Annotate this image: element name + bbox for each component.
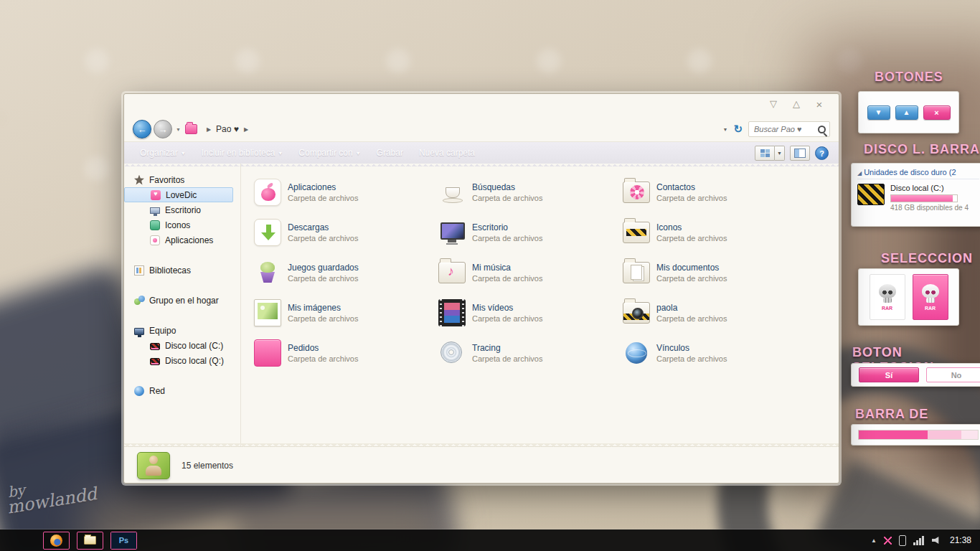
tray-device-icon[interactable] [899,535,906,546]
sidebar-item-disco-local-c[interactable]: Disco local (C:) [124,338,240,353]
skull-icon [921,284,940,304]
sidebar-item-red[interactable]: Red [124,383,240,398]
preview-close-button: × [923,105,951,120]
hard-disk-icon [857,184,885,205]
folder-búsquedas[interactable]: BúsquedasCarpeta de archivos [438,172,623,212]
globe-icon [623,339,650,367]
tray-network-icon[interactable] [913,536,925,545]
close-button[interactable]: × [813,98,826,110]
toolbar-grabar[interactable]: Grabar [377,148,403,158]
folder-juegos-guardados[interactable]: Juegos guardadosCarpeta de archivos [254,253,438,293]
sidebar-item-bibliotecas[interactable]: Bibliotecas [124,263,240,278]
folder-mi-música[interactable]: Mi músicaCarpeta de archivos [438,253,623,293]
rar-label: RAR [925,306,936,311]
refresh-icon[interactable]: ↻ [733,123,743,136]
system-tray: ▲ 21:38 [871,529,971,551]
sidebar-item-iconos[interactable]: Iconos [124,217,240,232]
toolbar-organizar[interactable]: Organizar▼ [140,148,186,158]
theme-title-seleccion: SELECCCION [881,251,973,266]
sidebar-item-disco-local-q[interactable]: Disco local (Q:) [124,353,240,368]
taskbar-explorer-button[interactable] [77,532,103,550]
sidebar-item-escritorio[interactable]: Escritorio [124,202,240,217]
navigation-pane: FavoritosLoveDicEscritorioIconosAplicaci… [124,164,241,446]
favorites-icon [134,175,144,185]
view-grid-icon [760,149,770,157]
title-bar[interactable]: ▽ △ × [124,94,839,117]
folder-vínculos[interactable]: VínculosCarpeta de archivos [623,333,807,373]
pictures-icon [254,299,281,326]
firefox-icon [50,534,62,547]
folder-mis-imágenes[interactable]: Mis imágenesCarpeta de archivos [254,293,438,333]
help-button[interactable]: ? [815,146,829,160]
folder-pedidos[interactable]: PedidosCarpeta de archivos [254,333,438,373]
gear-folder-icon [623,182,650,203]
preview-pane-button[interactable] [790,146,810,161]
folder-escritorio[interactable]: EscritorioCarpeta de archivos [438,212,623,253]
folder-tracing[interactable]: TracingCarpeta de archivos [438,333,623,373]
toolbar-nueva-carpeta[interactable]: Nueva carpeta [419,148,475,158]
drive-capacity-bar [890,194,958,202]
taskbar-photoshop-button[interactable]: Ps [110,532,137,550]
coffee-icon [438,179,466,206]
folder-mis-vídeos[interactable]: Mis vídeosCarpeta de archivos [438,293,623,333]
search-input[interactable] [753,124,818,134]
folder-descargas[interactable]: DescargasCarpeta de archivos [254,212,438,253]
apps-icon [150,235,160,245]
forward-button[interactable]: → [154,120,172,138]
tray-app-icon[interactable] [884,537,892,545]
dropdown-caret-icon: ▼ [356,151,361,156]
dropdown-caret-icon: ▼ [278,151,283,156]
preview-scroll-down-button: ▼ [867,105,890,120]
theme-panel-botones: ▼ ▲ × [858,91,959,133]
monitor-icon [438,219,466,246]
desktop-icon [150,207,160,214]
cd-icon [438,339,466,367]
taskbar-clock[interactable]: 21:38 [950,535,971,545]
sidebar-item-favoritos[interactable]: Favoritos [124,172,240,187]
theme-panel-seleccion: RAR RAR [858,268,959,326]
film-icon [438,299,466,326]
photoshop-icon: Ps [111,532,136,549]
change-view-button[interactable] [755,146,775,161]
folder-mis-documentos[interactable]: Mis documentosCarpeta de archivos [623,253,807,293]
address-dropdown-icon[interactable]: ▼ [722,127,727,132]
disk-icon [150,358,160,365]
theme-panel-disco: ◢Unidades de disco duro (2 Disco local (… [851,163,980,227]
tray-expand-icon[interactable]: ▲ [871,537,877,544]
pink-square-icon [254,339,281,367]
minimize-button[interactable]: ▽ [767,98,780,110]
folder-contactos[interactable]: ContactosCarpeta de archivos [623,172,807,212]
sidebar-item-aplicaciones[interactable]: Aplicaciones [124,232,240,248]
folder-view: AplicacionesCarpeta de archivosBúsquedas… [241,164,839,446]
maximize-button[interactable]: △ [790,98,803,110]
tray-volume-icon[interactable] [932,537,941,545]
drive-group-header: ◢Unidades de disco duro (2 [857,168,979,179]
music-folder-icon [438,262,466,283]
preview-scroll-up-button: ▲ [895,105,918,120]
drive-name: Disco local (C:) [890,184,969,192]
homegroup-icon [134,296,144,306]
history-dropdown-icon[interactable]: ▼ [176,127,181,132]
sidebar-item-grupo-en-el-hogar[interactable]: Grupo en el hogar [124,293,240,308]
skull-icon [878,284,897,304]
folder-aplicaciones[interactable]: AplicacionesCarpeta de archivos [254,172,438,212]
network-icon [134,386,144,396]
search-icon [818,126,826,133]
status-bar: 15 elementos [124,446,839,484]
back-button[interactable]: ← [133,120,151,138]
toolbar-incluir-en-biblioteca[interactable]: Incluir en biblioteca▼ [202,148,283,158]
breadcrumb-separator-icon[interactable]: ▶ [244,126,248,133]
sidebar-item-lovedic[interactable]: LoveDic [124,187,233,202]
folder-paola[interactable]: paolaCarpeta de archivos [623,293,807,333]
toolbar-compartir-con[interactable]: Compartir con▼ [298,148,360,158]
apple-icon [254,179,281,206]
folder-iconos[interactable]: IconosCarpeta de archivos [623,212,807,253]
change-view-dropdown[interactable]: ▼ [775,146,785,161]
theme-panel-boton-seleccion: Sí No [851,363,980,387]
taskbar-firefox-button[interactable] [43,532,70,550]
sidebar-item-equipo[interactable]: Equipo [124,323,240,338]
breadcrumb[interactable]: Pao ♥ [216,124,239,134]
artist-watermark: by mowlandd [4,472,98,516]
search-box[interactable] [748,121,830,137]
explorer-window: ▽ △ × ← → ▼ ▶ Pao ♥ ▶ ▼ ↻ Organizar▼ [123,93,839,484]
